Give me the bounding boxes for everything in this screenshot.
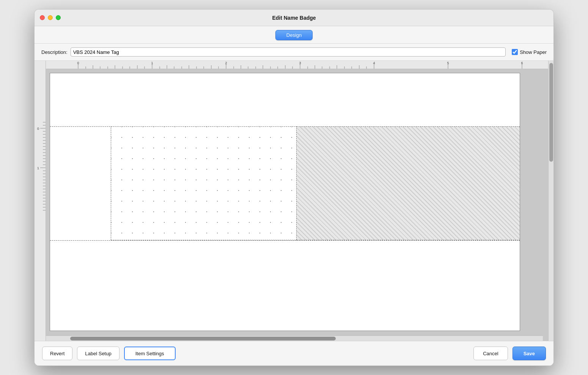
item-settings-button[interactable]: Item Settings bbox=[124, 347, 176, 360]
svg-rect-0 bbox=[35, 61, 46, 69]
revert-button[interactable]: Revert bbox=[42, 347, 72, 360]
ruler-horizontal: 0 1 2 3 4 5 6 bbox=[46, 61, 548, 69]
svg-text:3: 3 bbox=[299, 61, 301, 65]
show-paper-label: Show Paper bbox=[520, 49, 547, 55]
hatched-area bbox=[297, 126, 520, 240]
ruler-vertical-svg: 0 1 bbox=[35, 61, 46, 341]
main-window: Edit Name Badge Design Description: Show… bbox=[34, 9, 554, 366]
description-row: Description: Show Paper bbox=[35, 44, 553, 61]
traffic-lights bbox=[40, 15, 61, 20]
ruler-horizontal-svg: 0 1 2 3 4 5 6 bbox=[46, 61, 548, 69]
description-label: Description: bbox=[41, 49, 68, 55]
toolbar: Design bbox=[35, 26, 553, 44]
maximize-button[interactable] bbox=[56, 15, 61, 20]
svg-text:6: 6 bbox=[521, 61, 523, 65]
bottom-bar: Revert Label Setup Item Settings Cancel … bbox=[35, 341, 553, 366]
title-bar: Edit Name Badge bbox=[35, 9, 553, 26]
paper-area bbox=[50, 73, 520, 331]
window-title: Edit Name Badge bbox=[272, 15, 316, 21]
save-button[interactable]: Save bbox=[513, 347, 546, 360]
dotted-line-bottom bbox=[50, 240, 520, 241]
ruler-vertical: 0 1 bbox=[35, 61, 46, 341]
scrollbar-thumb-vertical[interactable] bbox=[549, 63, 553, 162]
canvas-scroll-area[interactable] bbox=[46, 69, 548, 341]
svg-text:0: 0 bbox=[37, 127, 39, 131]
dot-grid bbox=[111, 127, 296, 240]
minimize-button[interactable] bbox=[48, 15, 53, 20]
scrollbar-thumb-horizontal[interactable] bbox=[70, 337, 336, 340]
show-paper-checkbox[interactable] bbox=[512, 49, 518, 55]
svg-text:2: 2 bbox=[225, 61, 227, 65]
svg-text:1: 1 bbox=[151, 61, 153, 65]
description-input[interactable] bbox=[71, 47, 506, 57]
show-paper-container: Show Paper bbox=[512, 49, 547, 55]
canvas-container: 0 1 bbox=[35, 61, 553, 341]
label-setup-button[interactable]: Label Setup bbox=[77, 347, 119, 360]
horizontal-scrollbar[interactable] bbox=[46, 336, 543, 341]
svg-text:4: 4 bbox=[373, 61, 375, 65]
svg-text:5: 5 bbox=[447, 61, 449, 65]
design-button[interactable]: Design bbox=[275, 30, 313, 40]
cancel-button[interactable]: Cancel bbox=[473, 347, 508, 360]
ruler-horizontal-wrapper: 0 1 2 3 4 5 6 bbox=[46, 61, 548, 341]
label-region bbox=[111, 126, 297, 240]
vertical-scrollbar[interactable] bbox=[548, 61, 553, 341]
svg-text:0: 0 bbox=[77, 61, 79, 65]
svg-text:1: 1 bbox=[37, 166, 39, 170]
close-button[interactable] bbox=[40, 15, 45, 20]
